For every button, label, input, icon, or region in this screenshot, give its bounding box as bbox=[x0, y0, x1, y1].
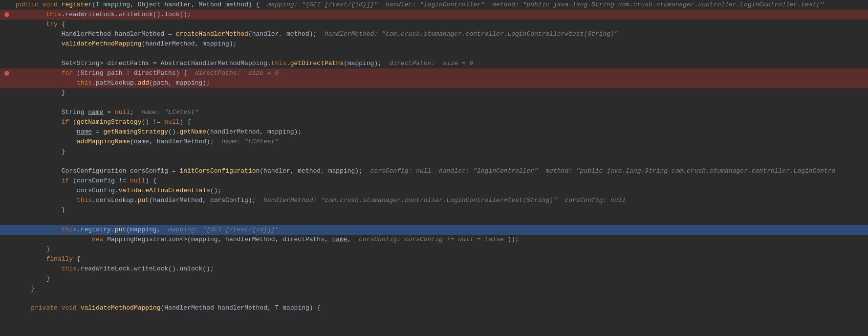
gutter-32 bbox=[0, 303, 14, 313]
gutter-31 bbox=[0, 293, 14, 303]
code-line-30: } bbox=[0, 284, 868, 293]
line-content-29: } bbox=[14, 274, 868, 284]
line-content-13: if (getNamingStrategy() != null) { bbox=[14, 117, 868, 127]
line-content-15: addMappingName(name, handlerMethod); nam… bbox=[14, 137, 868, 147]
gutter-19 bbox=[0, 176, 14, 186]
line-content-9: this.pathLookup.add(path, mapping); bbox=[14, 78, 868, 88]
line-content-17 bbox=[14, 157, 868, 166]
code-line-17 bbox=[0, 157, 868, 166]
code-line-1: public void register(T mapping, Object h… bbox=[0, 0, 868, 10]
code-line-16: } bbox=[0, 147, 868, 157]
gutter-20 bbox=[0, 186, 14, 196]
code-line-22: } bbox=[0, 205, 868, 215]
code-line-8: for (String path : directPaths) { direct… bbox=[0, 68, 868, 78]
line-content-22: } bbox=[14, 205, 868, 215]
breakpoint-dot-2 bbox=[4, 71, 9, 76]
gutter-22 bbox=[0, 205, 14, 215]
gutter-13 bbox=[0, 117, 14, 127]
code-line-18: CorsConfiguration corsConfig = initCorsC… bbox=[0, 166, 868, 176]
gutter-9 bbox=[0, 78, 14, 88]
line-content-3: try { bbox=[14, 20, 868, 29]
gutter-16 bbox=[0, 147, 14, 157]
code-line-11 bbox=[0, 98, 868, 108]
code-line-4: HandlerMethod handlerMethod = createHand… bbox=[0, 29, 868, 39]
line-content-30: } bbox=[14, 284, 868, 293]
gutter-3 bbox=[0, 20, 14, 29]
code-line-31 bbox=[0, 293, 868, 303]
line-content-4: HandlerMethod handlerMethod = createHand… bbox=[14, 29, 868, 39]
gutter-11 bbox=[0, 98, 14, 108]
code-line-12: String name = null; name: "LC#test" bbox=[0, 108, 868, 117]
gutter-14 bbox=[0, 127, 14, 137]
line-content-1: public void register(T mapping, Object h… bbox=[14, 0, 868, 10]
gutter-1 bbox=[0, 0, 14, 10]
line-content-12: String name = null; name: "LC#test" bbox=[14, 108, 868, 117]
code-line-20: corsConfig.validateAllowCredentials(); bbox=[0, 186, 868, 196]
line-content-8: for (String path : directPaths) { direct… bbox=[14, 68, 868, 78]
code-line-26: } bbox=[0, 245, 868, 254]
gutter-2 bbox=[0, 10, 14, 20]
code-line-2: this.readWriteLock.writeLock().lock(); bbox=[0, 10, 868, 20]
line-content-5: validateMethodMapping(handlerMethod, map… bbox=[14, 39, 868, 49]
line-content-26: } bbox=[14, 245, 868, 254]
line-content-19: if (corsConfig != null) { bbox=[14, 176, 868, 186]
line-content-6 bbox=[14, 49, 868, 59]
code-line-23 bbox=[0, 215, 868, 225]
code-line-14: name = getNamingStrategy().getName(handl… bbox=[0, 127, 868, 137]
code-line-5: validateMethodMapping(handlerMethod, map… bbox=[0, 39, 868, 49]
line-content-2: this.readWriteLock.writeLock().lock(); bbox=[14, 10, 868, 20]
line-content-32: private void validateMethodMapping(Handl… bbox=[14, 303, 868, 313]
gutter-30 bbox=[0, 284, 14, 293]
code-line-3: try { bbox=[0, 20, 868, 29]
line-content-23 bbox=[14, 215, 868, 225]
line-content-20: corsConfig.validateAllowCredentials(); bbox=[14, 186, 868, 196]
line-content-16: } bbox=[14, 147, 868, 157]
line-content-14: name = getNamingStrategy().getName(handl… bbox=[14, 127, 868, 137]
gutter-10 bbox=[0, 88, 14, 98]
gutter-29 bbox=[0, 274, 14, 284]
code-line-28: this.readWriteLock.writeLock().unlock(); bbox=[0, 264, 868, 274]
line-content-28: this.readWriteLock.writeLock().unlock(); bbox=[14, 264, 868, 274]
gutter-26 bbox=[0, 245, 14, 254]
line-content-10: } bbox=[14, 88, 868, 98]
gutter-8 bbox=[0, 68, 14, 78]
line-content-31 bbox=[14, 293, 868, 303]
code-line-6 bbox=[0, 49, 868, 59]
gutter-15 bbox=[0, 137, 14, 147]
code-line-19: if (corsConfig != null) { bbox=[0, 176, 868, 186]
code-line-15: addMappingName(name, handlerMethod); nam… bbox=[0, 137, 868, 147]
gutter-7 bbox=[0, 59, 14, 68]
code-line-13: if (getNamingStrategy() != null) { bbox=[0, 117, 868, 127]
gutter-6 bbox=[0, 49, 14, 59]
code-line-24: this.registry.put(mapping, mapping: "{GE… bbox=[0, 225, 868, 235]
gutter-17 bbox=[0, 157, 14, 166]
line-content-27: finally { bbox=[14, 254, 868, 264]
line-content-24: this.registry.put(mapping, mapping: "{GE… bbox=[14, 225, 868, 235]
code-line-25: new MappingRegistration<>(mapping, handl… bbox=[0, 235, 868, 245]
gutter-24 bbox=[0, 225, 14, 235]
code-line-21: this.corsLookup.put(handlerMethod, corsC… bbox=[0, 196, 868, 205]
code-line-7: Set<String> directPaths = AbstractHandle… bbox=[0, 59, 868, 68]
line-content-18: CorsConfiguration corsConfig = initCorsC… bbox=[14, 166, 868, 176]
gutter-4 bbox=[0, 29, 14, 39]
gutter-12 bbox=[0, 108, 14, 117]
gutter-21 bbox=[0, 196, 14, 205]
line-content-21: this.corsLookup.put(handlerMethod, corsC… bbox=[14, 196, 868, 205]
code-line-32: private void validateMethodMapping(Handl… bbox=[0, 303, 868, 313]
code-line-10: } bbox=[0, 88, 868, 98]
gutter-28 bbox=[0, 264, 14, 274]
code-line-27: finally { bbox=[0, 254, 868, 264]
gutter-23 bbox=[0, 215, 14, 225]
gutter-5 bbox=[0, 39, 14, 49]
gutter-25 bbox=[0, 235, 14, 245]
code-editor: public void register(T mapping, Object h… bbox=[0, 0, 868, 336]
gutter-18 bbox=[0, 166, 14, 176]
line-content-7: Set<String> directPaths = AbstractHandle… bbox=[14, 59, 868, 68]
code-line-29: } bbox=[0, 274, 868, 284]
breakpoint-dot bbox=[4, 12, 9, 17]
line-content-25: new MappingRegistration<>(mapping, handl… bbox=[14, 235, 868, 245]
line-content-11 bbox=[14, 98, 868, 108]
code-line-9: this.pathLookup.add(path, mapping); bbox=[0, 78, 868, 88]
gutter-27 bbox=[0, 254, 14, 264]
